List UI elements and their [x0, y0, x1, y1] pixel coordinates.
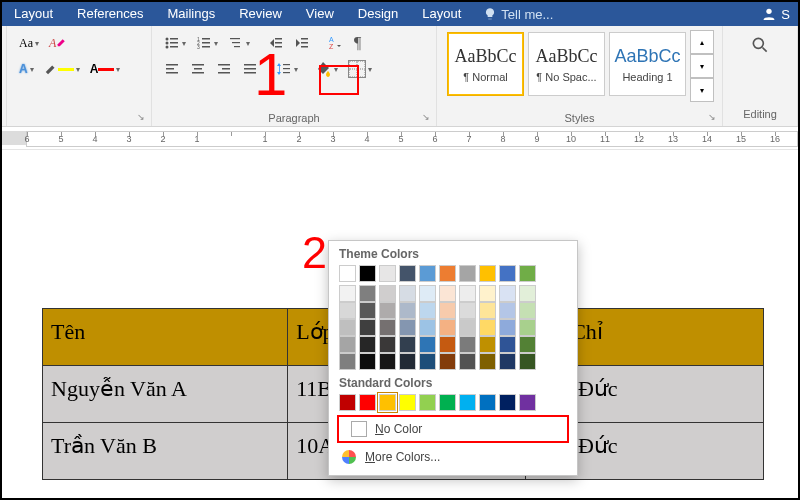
color-swatch[interactable]	[399, 285, 416, 302]
font-color-button[interactable]: A▾	[86, 59, 125, 79]
color-swatch[interactable]	[499, 336, 516, 353]
color-swatch[interactable]	[399, 302, 416, 319]
increase-indent-button[interactable]	[290, 32, 314, 54]
color-swatch[interactable]	[499, 302, 516, 319]
color-swatch[interactable]	[499, 319, 516, 336]
tab-layout-left[interactable]: Layout	[2, 2, 65, 26]
color-swatch[interactable]	[359, 336, 376, 353]
color-swatch[interactable]	[379, 265, 396, 282]
header-cell[interactable]: Tên	[43, 309, 288, 366]
color-swatch[interactable]	[399, 394, 416, 411]
paragraph-dialog-launcher[interactable]: ↘	[422, 112, 434, 124]
color-swatch[interactable]	[339, 285, 356, 302]
color-swatch[interactable]	[439, 302, 456, 319]
show-paragraph-marks-button[interactable]: ¶	[350, 31, 365, 55]
multilevel-list-button[interactable]: ▾	[224, 32, 254, 54]
color-swatch[interactable]	[379, 353, 396, 370]
color-swatch[interactable]	[519, 353, 536, 370]
color-swatch[interactable]	[339, 353, 356, 370]
color-swatch[interactable]	[339, 319, 356, 336]
style-heading-1[interactable]: AaBbCc Heading 1	[609, 32, 686, 96]
color-swatch[interactable]	[499, 394, 516, 411]
color-swatch[interactable]	[379, 302, 396, 319]
color-swatch[interactable]	[439, 394, 456, 411]
color-swatch[interactable]	[379, 336, 396, 353]
more-colors-option[interactable]: More Colors...	[329, 445, 577, 469]
color-swatch[interactable]	[359, 319, 376, 336]
color-swatch[interactable]	[519, 285, 536, 302]
tab-layout-right[interactable]: Layout	[410, 2, 473, 26]
tab-review[interactable]: Review	[227, 2, 294, 26]
color-swatch[interactable]	[339, 394, 356, 411]
color-swatch[interactable]	[439, 319, 456, 336]
table-cell[interactable]: Nguyễn Văn A	[43, 366, 288, 423]
color-swatch[interactable]	[459, 319, 476, 336]
color-swatch[interactable]	[419, 285, 436, 302]
sort-button[interactable]: AZ	[324, 32, 348, 54]
color-swatch[interactable]	[519, 336, 536, 353]
color-swatch[interactable]	[519, 302, 536, 319]
tab-mailings[interactable]: Mailings	[156, 2, 228, 26]
color-swatch[interactable]	[359, 265, 376, 282]
color-swatch[interactable]	[359, 285, 376, 302]
color-swatch[interactable]	[459, 302, 476, 319]
color-swatch[interactable]	[419, 302, 436, 319]
align-left-button[interactable]	[160, 58, 184, 80]
tab-references[interactable]: References	[65, 2, 155, 26]
text-effects-button[interactable]: A▾	[15, 59, 38, 79]
color-swatch[interactable]	[459, 265, 476, 282]
color-swatch[interactable]	[479, 394, 496, 411]
color-swatch[interactable]	[459, 394, 476, 411]
color-swatch[interactable]	[459, 285, 476, 302]
tab-view[interactable]: View	[294, 2, 346, 26]
color-swatch[interactable]	[419, 336, 436, 353]
color-swatch[interactable]	[479, 302, 496, 319]
color-swatch[interactable]	[479, 319, 496, 336]
find-button[interactable]	[746, 32, 774, 58]
color-swatch[interactable]	[339, 265, 356, 282]
color-swatch[interactable]	[499, 285, 516, 302]
color-swatch[interactable]	[419, 319, 436, 336]
color-swatch[interactable]	[479, 336, 496, 353]
color-swatch[interactable]	[439, 353, 456, 370]
table-cell[interactable]: Trần Văn B	[43, 423, 288, 480]
color-swatch[interactable]	[359, 302, 376, 319]
change-case-button[interactable]: Aa▾	[15, 33, 43, 54]
color-swatch[interactable]	[439, 336, 456, 353]
color-swatch[interactable]	[419, 353, 436, 370]
no-color-option[interactable]: No Color	[337, 415, 569, 443]
color-swatch[interactable]	[359, 353, 376, 370]
font-dialog-launcher[interactable]: ↘	[137, 112, 149, 124]
color-swatch[interactable]	[479, 353, 496, 370]
style-no-spacing[interactable]: AaBbCc ¶ No Spac...	[528, 32, 605, 96]
color-swatch[interactable]	[399, 353, 416, 370]
styles-expand[interactable]: ▾	[690, 78, 714, 102]
color-swatch[interactable]	[499, 353, 516, 370]
color-swatch[interactable]	[459, 353, 476, 370]
horizontal-ruler[interactable]: 6543211234567891011121314151617	[2, 127, 798, 150]
color-swatch[interactable]	[399, 265, 416, 282]
style-normal[interactable]: AaBbCc ¶ Normal	[447, 32, 524, 96]
color-swatch[interactable]	[479, 285, 496, 302]
color-swatch[interactable]	[499, 265, 516, 282]
color-swatch[interactable]	[519, 394, 536, 411]
color-swatch[interactable]	[439, 285, 456, 302]
align-center-button[interactable]	[186, 58, 210, 80]
tab-design[interactable]: Design	[346, 2, 410, 26]
color-swatch[interactable]	[379, 285, 396, 302]
share-button[interactable]: S	[753, 6, 798, 22]
color-swatch[interactable]	[379, 394, 396, 411]
borders-button[interactable]: ▾	[344, 57, 376, 81]
color-swatch[interactable]	[379, 319, 396, 336]
styles-scroll-up[interactable]: ▴	[690, 30, 714, 54]
color-swatch[interactable]	[399, 319, 416, 336]
shading-button[interactable]: ▾	[312, 58, 342, 80]
styles-dialog-launcher[interactable]: ↘	[708, 112, 720, 124]
color-swatch[interactable]	[399, 336, 416, 353]
color-swatch[interactable]	[439, 265, 456, 282]
numbering-button[interactable]: 123▾	[192, 32, 222, 54]
clear-formatting-button[interactable]: A	[45, 33, 70, 54]
align-right-button[interactable]	[212, 58, 236, 80]
color-swatch[interactable]	[479, 265, 496, 282]
color-swatch[interactable]	[339, 302, 356, 319]
